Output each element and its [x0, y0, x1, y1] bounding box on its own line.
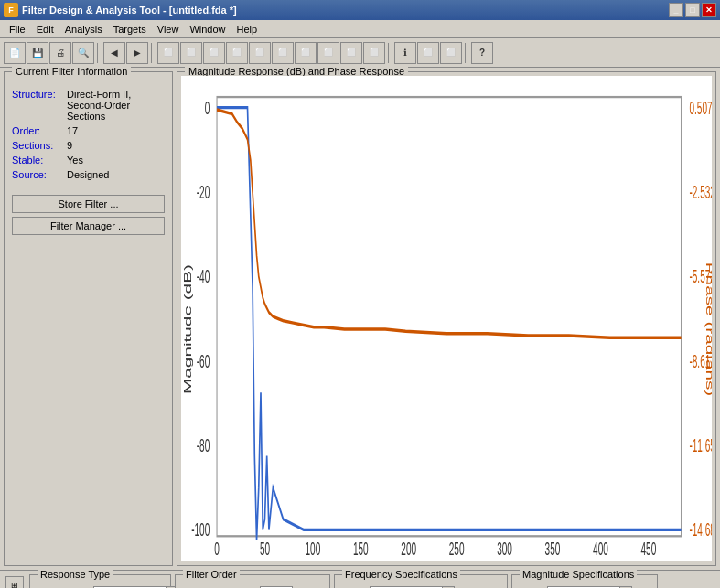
svg-text:0: 0: [214, 538, 220, 559]
svg-text:-20: -20: [197, 181, 210, 202]
sep3: [388, 43, 392, 63]
svg-text:0: 0: [205, 96, 210, 117]
menu-targets[interactable]: Targets: [108, 22, 152, 37]
new-btn[interactable]: 📄: [4, 42, 26, 64]
filter-manager-btn[interactable]: Filter Manager ...: [12, 217, 165, 235]
structure-row: Structure: Direct-Form II, Second-Order …: [12, 89, 165, 122]
stable-value: Yes: [67, 155, 83, 166]
sep4: [465, 43, 468, 63]
svg-text:-100: -100: [191, 519, 210, 540]
svg-text:200: 200: [401, 538, 416, 559]
zoom-btn[interactable]: 🔍: [72, 42, 94, 64]
svg-text:150: 150: [353, 538, 369, 559]
filter-buttons: Store Filter ... Filter Manager ...: [8, 195, 168, 235]
save-btn[interactable]: 💾: [27, 42, 48, 64]
mag-spec-title: Magnitude Specifications: [520, 569, 637, 580]
svg-rect-31: [217, 97, 682, 536]
info-btn[interactable]: ℹ: [394, 42, 416, 64]
sep1: [97, 43, 101, 63]
filter-info-title: Current Filter Information: [12, 66, 131, 77]
tool8[interactable]: ⬜: [317, 42, 339, 64]
freq-spec-title: Frequency Specifications: [342, 569, 460, 580]
minimize-btn[interactable]: _: [669, 3, 683, 17]
menu-view[interactable]: View: [152, 22, 185, 37]
svg-text:-60: -60: [197, 349, 210, 370]
tool11[interactable]: ⬜: [417, 42, 439, 64]
order-value: 17: [67, 125, 78, 136]
help-btn[interactable]: ?: [471, 42, 493, 64]
close-btn[interactable]: ✕: [702, 3, 716, 17]
store-filter-btn[interactable]: Store Filter ...: [12, 195, 165, 213]
toolbar: 📄 💾 🖨 🔍 ◀ ▶ ⬜ ⬜ ⬜ ⬜ ⬜ ⬜ ⬜ ⬜ ⬜ ⬜ ℹ ⬜ ⬜ ?: [0, 38, 720, 68]
sep2: [151, 43, 155, 63]
menu-edit[interactable]: Edit: [31, 22, 59, 37]
menu-help[interactable]: Help: [231, 22, 263, 37]
sidebar-icon-1[interactable]: ⊞: [5, 576, 24, 588]
structure-value: Direct-Form II, Second-Order Sections: [67, 89, 165, 122]
svg-text:-11.65: -11.65: [689, 434, 712, 455]
svg-text:300: 300: [497, 538, 512, 559]
chart-panel: Magnitude Response (dB) and Phase Respon…: [177, 71, 716, 566]
tool5[interactable]: ⬜: [249, 42, 271, 64]
svg-text:250: 250: [449, 538, 465, 559]
mag-spec-panel: Magnitude Specifications Units: dB ▼ Apa…: [511, 574, 658, 588]
tool6[interactable]: ⬜: [272, 42, 294, 64]
main-content: Current Filter Information Structure: Di…: [0, 68, 720, 570]
bottom-section: ⊞ ∿ ∫ ◈ ⊡ ⊟ ☰ Response Type Lowpass Lowp…: [0, 570, 720, 588]
svg-text:50: 50: [260, 538, 270, 559]
fwd-btn[interactable]: ▶: [126, 42, 148, 64]
menu-bar: File Edit Analysis Targets View Window H…: [0, 20, 720, 38]
sections-label: Sections:: [12, 140, 67, 151]
filter-info-panel: Current Filter Information Structure: Di…: [4, 71, 173, 566]
tool9[interactable]: ⬜: [340, 42, 362, 64]
tool3[interactable]: ⬜: [203, 42, 225, 64]
svg-text:350: 350: [545, 538, 561, 559]
menu-file[interactable]: File: [4, 22, 31, 37]
window-controls[interactable]: _ □ ✕: [669, 3, 716, 17]
stable-row: Stable: Yes: [12, 155, 165, 166]
svg-text:Magnitude (dB): Magnitude (dB): [183, 264, 193, 394]
source-value: Designed: [67, 169, 109, 180]
order-row: Order: 17: [12, 125, 165, 136]
tool7[interactable]: ⬜: [295, 42, 317, 64]
app-icon: F: [4, 3, 18, 17]
order-label: Order:: [12, 125, 67, 136]
svg-text:-2.532: -2.532: [689, 181, 712, 202]
filter-info-content: Structure: Direct-Form II, Second-Order …: [8, 85, 168, 187]
filter-order-title: Filter Order: [183, 569, 240, 580]
maximize-btn[interactable]: □: [685, 3, 700, 17]
window-title: Filter Design & Analysis Tool - [untitle…: [22, 5, 669, 16]
back-btn[interactable]: ◀: [103, 42, 125, 64]
tool2[interactable]: ⬜: [180, 42, 202, 64]
menu-analysis[interactable]: Analysis: [59, 22, 108, 37]
svg-text:400: 400: [593, 538, 608, 559]
title-bar: F Filter Design & Analysis Tool - [untit…: [0, 0, 720, 20]
svg-text:0.507: 0.507: [689, 96, 712, 117]
svg-text:Phase (radians): Phase (radians): [705, 262, 712, 396]
tool12[interactable]: ⬜: [440, 42, 462, 64]
left-sidebar: ⊞ ∿ ∫ ◈ ⊡ ⊟ ☰: [4, 574, 26, 588]
filter-order-panel: Filter Order Specify order: Minimum orde…: [175, 574, 330, 588]
source-label: Source:: [12, 169, 67, 180]
svg-text:450: 450: [640, 538, 656, 559]
source-row: Source: Designed: [12, 169, 165, 180]
chart-svg: 0 -20 -40 -60 -80 -100 Magnitude (dB) 0.…: [181, 76, 712, 561]
tool1[interactable]: ⬜: [157, 42, 179, 64]
stable-label: Stable:: [12, 155, 67, 166]
sections-row: Sections: 9: [12, 140, 165, 151]
response-type-panel: Response Type Lowpass Lowpass ▼ Highpass…: [29, 574, 171, 588]
freq-spec-panel: Frequency Specifications Units: Hz ▼ Fs:…: [334, 574, 508, 588]
chart-area: 0 -20 -40 -60 -80 -100 Magnitude (dB) 0.…: [181, 76, 712, 561]
svg-text:100: 100: [306, 538, 321, 559]
svg-text:-14.689: -14.689: [689, 519, 712, 540]
menu-window[interactable]: Window: [184, 22, 231, 37]
svg-text:-40: -40: [197, 265, 210, 286]
tool10[interactable]: ⬜: [363, 42, 385, 64]
print-btn[interactable]: 🖨: [49, 42, 71, 64]
sections-value: 9: [67, 140, 72, 151]
tool4[interactable]: ⬜: [226, 42, 248, 64]
response-type-title: Response Type: [38, 569, 113, 580]
svg-text:-80: -80: [197, 434, 210, 455]
structure-label: Structure:: [12, 89, 67, 122]
